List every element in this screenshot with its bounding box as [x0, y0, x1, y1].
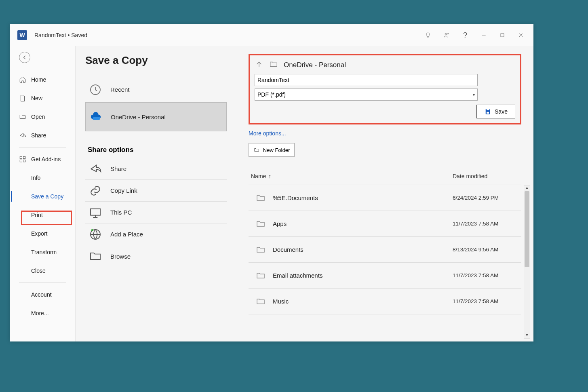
svg-rect-6: [20, 156, 22, 158]
more-options-link[interactable]: More options...: [249, 130, 521, 137]
open-folder-icon: [19, 113, 26, 120]
scrollbar-thumb[interactable]: [525, 191, 529, 267]
file-row[interactable]: %5E.Documents6/24/2024 2:59 PM: [249, 185, 521, 211]
sidebar-item-info[interactable]: Info: [10, 169, 75, 187]
save-button-label: Save: [495, 108, 508, 115]
location-label: Recent: [110, 86, 130, 93]
back-button[interactable]: [19, 52, 30, 63]
sidebar-item-transform[interactable]: Transform: [10, 243, 75, 261]
share-option-label: Add a Place: [110, 231, 143, 238]
folder-icon: [249, 271, 273, 280]
up-folder-button[interactable]: [255, 60, 263, 70]
sidebar-item-label: Info: [31, 175, 40, 181]
svg-rect-7: [23, 156, 25, 158]
addins-icon: [19, 156, 26, 163]
file-row[interactable]: Email attachments11/7/2023 7:58 AM: [249, 263, 521, 289]
filename-input[interactable]: [255, 74, 478, 86]
svg-point-0: [445, 33, 447, 35]
folder-path-icon: [269, 60, 278, 70]
sidebar-item-open[interactable]: Open: [10, 107, 75, 126]
sidebar-item-label: Home: [31, 76, 46, 83]
sidebar-item-account[interactable]: Account: [10, 285, 75, 304]
sidebar-item-export[interactable]: Export: [10, 224, 75, 243]
file-name: Documents: [273, 246, 453, 253]
share-arrow-icon: [89, 162, 102, 176]
share-option-label: This PC: [110, 209, 132, 216]
current-path[interactable]: OneDrive - Personal: [284, 61, 346, 69]
folder-icon: [249, 245, 273, 255]
file-row[interactable]: Music11/7/2023 7:58 AM: [249, 289, 521, 314]
filetype-select[interactable]: PDF (*.pdf) ▾: [255, 89, 478, 101]
share-option-label: Browse: [110, 253, 131, 260]
location-onedrive[interactable]: OneDrive - Personal: [85, 102, 227, 131]
share-option-addplace[interactable]: Add a Place: [85, 223, 227, 245]
annotation-save-box: OneDrive - Personal PDF (*.pdf) ▾ Save: [249, 54, 521, 124]
scrollbar[interactable]: ▲ ▼: [524, 185, 530, 339]
file-name: Apps: [273, 220, 453, 227]
minimize-button[interactable]: [474, 26, 493, 44]
sidebar-item-label: Account: [31, 291, 52, 298]
share-icon: [19, 132, 26, 139]
file-row[interactable]: Documents8/13/2024 9:56 AM: [249, 237, 521, 263]
sidebar-item-label: Close: [31, 268, 46, 274]
share-option-browse[interactable]: Browse: [85, 245, 227, 267]
file-name: Email attachments: [273, 272, 453, 279]
add-place-icon: [89, 228, 102, 241]
sort-asc-icon: ↑: [268, 173, 271, 179]
maximize-button[interactable]: [493, 26, 512, 44]
svg-rect-13: [487, 109, 489, 110]
home-icon: [19, 76, 26, 83]
share-option-share[interactable]: Share: [85, 158, 227, 180]
backstage-sidebar: Home New Open Share Get Add-ins Info: [10, 46, 76, 341]
share-option-thispc[interactable]: This PC: [85, 202, 227, 223]
titlebar: RandomText • Saved ?: [10, 24, 533, 46]
sidebar-item-home[interactable]: Home: [10, 70, 75, 89]
close-button[interactable]: [512, 26, 530, 44]
sidebar-item-label: Open: [31, 114, 45, 120]
document-title: RandomText • Saved: [34, 32, 87, 38]
sidebar-item-label: Save a Copy: [31, 193, 63, 200]
help-icon[interactable]: ?: [456, 26, 474, 44]
sidebar-item-addins[interactable]: Get Add-ins: [10, 150, 75, 169]
scroll-down-arrow[interactable]: ▼: [524, 333, 530, 338]
share-option-copylink[interactable]: Copy Link: [85, 180, 227, 202]
sidebar-item-save-a-copy[interactable]: Save a Copy: [10, 187, 75, 206]
lightbulb-icon[interactable]: [419, 26, 437, 44]
svg-rect-9: [23, 160, 25, 162]
sidebar-item-more[interactable]: More...: [10, 304, 75, 322]
file-date: 11/7/2023 7:58 AM: [453, 272, 521, 278]
svg-rect-14: [487, 112, 489, 114]
sidebar-item-print[interactable]: Print: [10, 206, 75, 224]
sidebar-item-label: New: [31, 95, 42, 101]
save-button[interactable]: Save: [476, 105, 515, 118]
filetype-value: PDF (*.pdf): [257, 91, 286, 98]
word-app-icon: [17, 30, 27, 40]
file-name: %5E.Documents: [273, 194, 453, 201]
account-icon[interactable]: [437, 26, 456, 44]
sidebar-item-label: Share: [31, 132, 46, 139]
file-date: 11/7/2023 7:58 AM: [453, 221, 521, 227]
column-date-header[interactable]: Date modified: [453, 173, 521, 179]
sidebar-item-share[interactable]: Share: [10, 126, 75, 145]
sidebar-item-label: Print: [31, 212, 43, 218]
sidebar-item-close[interactable]: Close: [10, 261, 75, 280]
sidebar-separator: [19, 282, 66, 283]
folder-icon: [249, 219, 273, 229]
sidebar-item-label: More...: [31, 310, 49, 316]
new-folder-button[interactable]: New Folder: [249, 143, 295, 157]
locations-column: Save a Copy Recent OneDrive - Personal S…: [76, 46, 236, 341]
file-date: 6/24/2024 2:59 PM: [453, 195, 521, 201]
folder-icon: [249, 193, 273, 203]
file-row[interactable]: Apps11/7/2023 7:58 AM: [249, 211, 521, 237]
column-name-header[interactable]: Name ↑: [249, 173, 453, 179]
share-options-heading: Share options: [88, 146, 227, 154]
sidebar-separator: [19, 147, 66, 148]
location-recent[interactable]: Recent: [85, 77, 227, 102]
scroll-up-arrow[interactable]: ▲: [524, 185, 530, 191]
word-window: RandomText • Saved ? Home New: [10, 24, 533, 341]
file-list: ▲ ▼ %5E.Documents6/24/2024 2:59 PMApps11…: [249, 185, 521, 314]
pc-icon: [89, 206, 102, 219]
sidebar-item-label: Transform: [31, 249, 57, 255]
svg-rect-11: [91, 209, 100, 215]
sidebar-item-new[interactable]: New: [10, 89, 75, 107]
